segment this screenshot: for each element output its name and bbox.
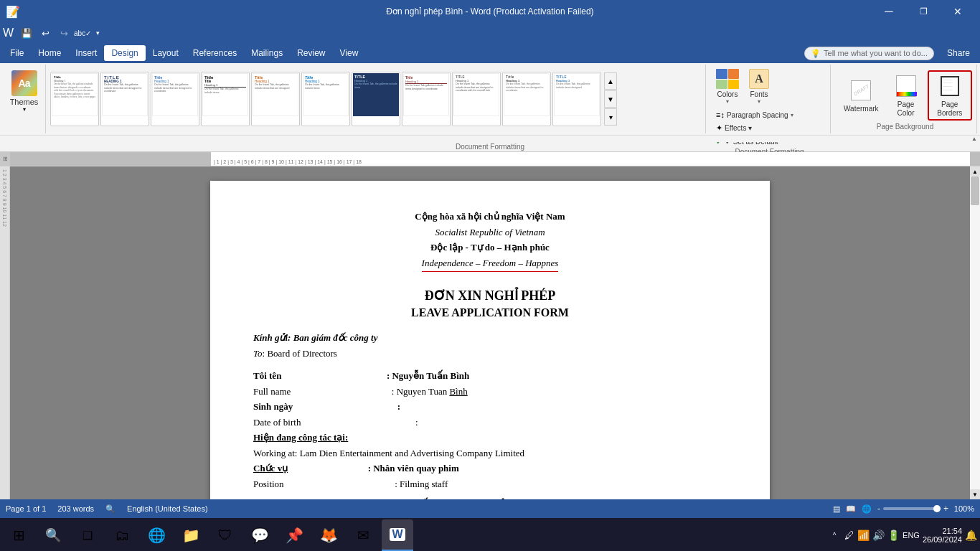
menu-insert[interactable]: Insert [68, 45, 104, 61]
menu-review[interactable]: Review [290, 45, 332, 61]
menu-mailings[interactable]: Mailings [244, 45, 290, 61]
scroll-track[interactable] [970, 176, 980, 489]
volume-icon[interactable]: 🔊 [872, 529, 885, 541]
tell-me-box[interactable]: 💡 Tell me what you want to do... [804, 47, 934, 60]
gallery-item-5[interactable]: Title Heading 1 On the Insert Tab, the g… [301, 72, 350, 126]
gallery-item-10[interactable]: Title Heading 1 On the Insert Tab, the g… [552, 72, 601, 126]
zoom-out-button[interactable]: - [877, 504, 880, 514]
fonts-dropdown-icon[interactable]: ▾ [758, 98, 760, 105]
gallery-item-3[interactable]: Title Title Heading 1 On the Insert Tab,… [201, 72, 250, 126]
gallery-item-9[interactable]: Title Heading 1 On the Insert Tab, the g… [502, 72, 551, 126]
menu-home[interactable]: Home [31, 45, 68, 61]
share-btn[interactable]: Share [940, 45, 977, 61]
gallery-item-4[interactable]: Title Heading 1 On the Insert Tab, the g… [251, 72, 300, 126]
note-section: Nay tôi làm đơn này kính xin Ban Giám Đố… [253, 496, 727, 499]
ribbon-collapse-icon[interactable]: ▲ [971, 136, 977, 142]
start-button[interactable]: ⊞ [3, 519, 34, 551]
close-button[interactable]: ✕ [941, 0, 974, 23]
pen-tray-icon[interactable]: 🖊 [844, 529, 854, 541]
task-view-button[interactable]: ❑ [72, 519, 103, 551]
menu-layout[interactable]: Layout [146, 45, 186, 61]
gallery-scroll-up[interactable]: ▲ [604, 72, 617, 90]
colors-button[interactable]: Colors ▾ [713, 67, 742, 106]
system-date: 26/09/2024 [923, 535, 962, 544]
zoom-thumb[interactable] [933, 505, 941, 512]
zoom-slider[interactable] [883, 507, 941, 510]
page-borders-button[interactable]: ───── ───── ───── ───── Page Borders [928, 70, 972, 121]
view-web-icon[interactable]: 🌐 [862, 504, 872, 514]
save-qat[interactable]: 💾 [18, 24, 35, 42]
restore-button[interactable]: ❐ [907, 0, 940, 23]
battery-icon[interactable]: 🔋 [887, 529, 900, 541]
qat-dropdown[interactable]: ▾ [93, 24, 103, 42]
title-section: ĐƠN XIN NGHỈ PHÉP LEAVE APPLICATION FORM [253, 288, 727, 319]
taskbar-app-pin[interactable]: 📌 [278, 519, 310, 551]
scroll-thumb[interactable] [971, 176, 979, 205]
mail-icon: ✉ [357, 527, 369, 544]
explorer-icon: 📁 [182, 527, 200, 544]
tray-up-button[interactable]: ^ [827, 519, 842, 551]
spell-qat[interactable]: abc✓ [74, 24, 91, 42]
gallery-item-8[interactable]: Title Heading 1 On the Insert Tab, the g… [452, 72, 501, 126]
taskbar-app-files[interactable]: 🗂 [106, 519, 138, 551]
vertical-scrollbar[interactable]: ▲ ▼ [970, 166, 980, 499]
header-line3: Độc lập - Tự do – Hạnh phúc [253, 240, 727, 255]
field-workat-en: Working at: Lam Dien Entertainment and A… [253, 446, 727, 461]
field-ten-en: Full name : Nguyen Tuan Bình [253, 385, 727, 399]
header-line1: Cộng hòa xã hội chủ nghĩa Việt Nam [253, 209, 727, 224]
scroll-down-button[interactable]: ▼ [970, 489, 980, 499]
language-tray[interactable]: ENG [903, 531, 920, 540]
system-clock[interactable]: 21:54 26/09/2024 [923, 527, 962, 544]
view-read-icon[interactable]: 📖 [846, 504, 856, 514]
search-button[interactable]: 🔍 [37, 519, 69, 551]
language-indicator[interactable]: English (United States) [127, 504, 208, 513]
taskbar-app-mail[interactable]: ✉ [347, 519, 379, 551]
scroll-up-button[interactable]: ▲ [970, 166, 980, 176]
menu-bar: File Home Insert Design Layout Reference… [0, 43, 980, 63]
colors-dropdown-icon[interactable]: ▾ [726, 98, 729, 105]
fonts-button[interactable]: A Fonts ▾ [745, 67, 773, 106]
page-color-button[interactable]: Page Color [887, 72, 925, 119]
greeting-section: Kính gửi: Ban giám đốc công ty To: Board… [253, 331, 727, 360]
title-bar-left: 📝 [6, 5, 20, 19]
menu-design[interactable]: Design [104, 45, 145, 61]
taskbar-app-edge[interactable]: 🌐 [141, 519, 172, 551]
menu-file[interactable]: File [3, 45, 31, 61]
minimize-button[interactable]: ─ [872, 0, 905, 23]
gallery-item-0[interactable]: Title Heading 1 On the Insert Tab, the g… [50, 72, 99, 126]
watermark-button[interactable]: DRAFT Watermark [838, 76, 885, 115]
taskbar-app-explorer[interactable]: 📁 [175, 519, 207, 551]
notification-icon[interactable]: 🔔 [965, 529, 977, 541]
paragraph-spacing-button[interactable]: ≡↕ Paragraph Spacing ▾ [713, 109, 826, 121]
taskbar-app-chat[interactable]: 💬 [244, 519, 275, 551]
gallery-scroll-down[interactable]: ▼ [604, 90, 617, 108]
chucvu-value: : Nhân viên quay phim [368, 463, 459, 474]
proofing-icon[interactable]: 🔍 [105, 504, 116, 514]
tray-up-icon: ^ [833, 532, 837, 540]
taskbar-app-firefox[interactable]: 🦊 [313, 519, 344, 551]
workat-value: Working at: Lam Dien Entertainment and A… [253, 448, 524, 458]
taskbar-app-word[interactable]: W [382, 519, 413, 551]
gallery-item-7[interactable]: Title Heading 1 On the Insert Tab galler… [402, 72, 451, 126]
gallery-item-1[interactable]: TITLE HEADING 1 On the Insert Tab, the g… [100, 72, 149, 126]
taskbar-app-shield[interactable]: 🛡 [209, 519, 241, 551]
redo-qat[interactable]: ↪ [55, 24, 72, 42]
zoom-level[interactable]: 100% [951, 504, 974, 513]
files-icon: 🗂 [115, 527, 129, 544]
themes-button[interactable]: Aa Themes ▾ [6, 67, 43, 116]
header-line4: Independence – Freedom – Happnes [422, 256, 559, 273]
undo-qat[interactable]: ↩ [37, 24, 54, 42]
wifi-icon[interactable]: 📶 [857, 529, 870, 541]
menu-view[interactable]: View [333, 45, 366, 61]
view-normal-icon[interactable]: ▤ [833, 504, 840, 514]
page-color-icon [893, 73, 919, 99]
document-page[interactable]: Cộng hòa xã hội chủ nghĩa Việt Nam Socia… [210, 181, 770, 499]
field-position-vn: Chức vụ : Nhân viên quay phim [253, 461, 727, 476]
effects-button[interactable]: ✦ Effects ▾ [713, 122, 826, 134]
fields-section: Tôi tên : Nguyễn Tuấn Bình Full name : N… [253, 369, 727, 491]
gallery-item-2[interactable]: Title Heading 1 On the Insert Tab, the g… [151, 72, 199, 126]
gallery-more[interactable]: ▾ [604, 108, 617, 126]
zoom-in-button[interactable]: + [943, 504, 948, 514]
gallery-item-6[interactable]: TITLE Heading 1 On the Insert Tab, the g… [352, 72, 400, 126]
menu-references[interactable]: References [186, 45, 244, 61]
